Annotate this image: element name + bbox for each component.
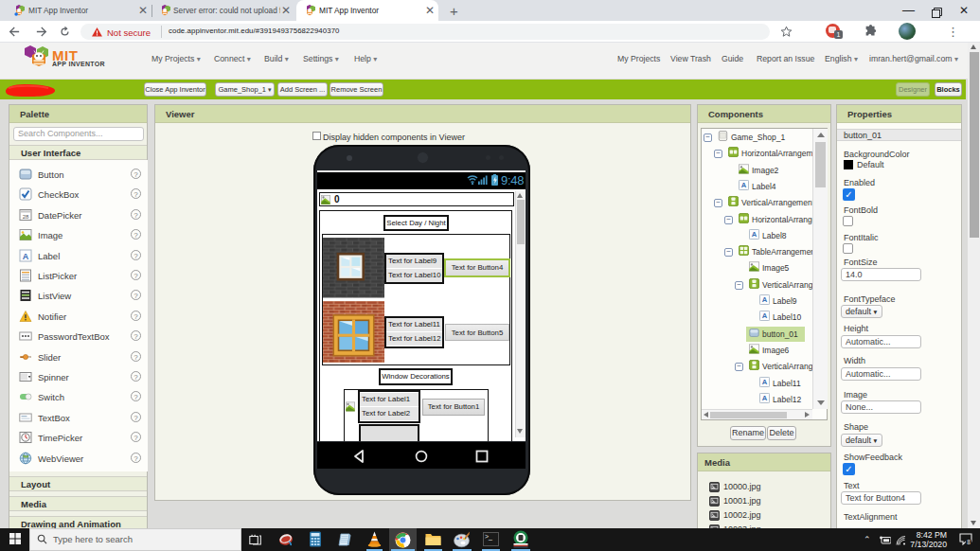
svg-text:28: 28 xyxy=(23,213,29,219)
svg-text:A: A xyxy=(762,295,768,304)
svg-text:8: 8 xyxy=(967,539,971,545)
svg-text:A: A xyxy=(762,312,768,321)
svg-text:A: A xyxy=(762,378,768,386)
svg-text:A: A xyxy=(762,394,768,402)
svg-text:A: A xyxy=(741,181,747,189)
svg-text:A: A xyxy=(752,230,757,239)
svg-text:A: A xyxy=(23,251,29,260)
